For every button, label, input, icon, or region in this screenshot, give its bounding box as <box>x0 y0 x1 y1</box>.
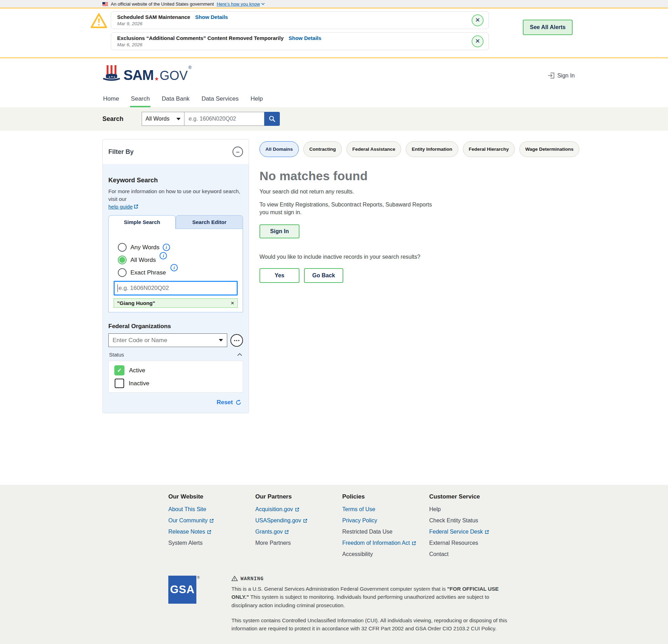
keyword-tabs: Simple Search Search Editor <box>108 215 243 229</box>
site-header: ★ ★ ★ SAM ★ GOV ® Sign In <box>0 58 668 91</box>
footer-link-check-entity-status[interactable]: Check Entity Status <box>429 517 516 524</box>
external-link-icon <box>284 530 289 534</box>
ellipsis-icon: ••• <box>233 338 240 343</box>
keyword-tag: "Giang Huong" × <box>114 298 238 308</box>
search-mode-value: All Words <box>146 116 169 122</box>
info-icon[interactable]: i <box>170 264 178 271</box>
domain-pill-wage-determinations[interactable]: Wage Determinations <box>519 141 580 157</box>
close-icon[interactable]: ✕ <box>472 14 484 26</box>
search-icon <box>269 115 276 122</box>
keyword-tag-text: "Giang Huong" <box>117 300 155 306</box>
info-icon[interactable]: i <box>160 252 167 259</box>
radio-exact-phrase[interactable] <box>118 268 127 277</box>
domain-pill-federal-assistance[interactable]: Federal Assistance <box>346 141 402 157</box>
footer-col-customer-service: Customer Service Help Check Entity Statu… <box>429 493 516 562</box>
dropdown-arrow-icon <box>176 118 181 120</box>
keyword-input-placeholder: e.g. 1606N020Q02 <box>119 285 169 292</box>
footer-link-federal-service-desk[interactable]: Federal Service Desk <box>429 529 516 535</box>
sign-in-button[interactable]: Sign In <box>259 224 299 238</box>
footer-link-accessibility[interactable]: Accessibility <box>342 551 429 557</box>
radio-all-words[interactable] <box>118 256 127 264</box>
footer-link-grants-gov[interactable]: Grants.gov <box>255 529 342 535</box>
search-mode-select[interactable]: All Words <box>142 112 184 126</box>
search-input[interactable] <box>184 112 264 126</box>
footer-link-external-resources[interactable]: External Resources <box>429 540 516 546</box>
federal-organizations-title: Federal Organizations <box>108 323 243 330</box>
external-link-icon <box>295 507 299 512</box>
combobox-placeholder: Enter Code or Name <box>113 337 167 344</box>
tab-simple-search[interactable]: Simple Search <box>108 215 176 229</box>
simple-search-card: Any Words i All Words i Exact Phrase i e… <box>108 229 243 312</box>
domain-pill-all-domains[interactable]: All Domains <box>259 141 299 157</box>
footer-col-title: Policies <box>342 493 429 500</box>
footer-links: Our Website About This Site Our Communit… <box>0 485 668 571</box>
how-you-know-link[interactable]: Here’s how you know <box>217 1 265 7</box>
yes-button[interactable]: Yes <box>259 268 299 283</box>
show-details-link[interactable]: Show Details <box>289 35 321 41</box>
domain-filters: All Domains Contracting Federal Assistan… <box>259 141 579 157</box>
gsa-registered-mark: ® <box>197 576 200 632</box>
nav-item-data-bank[interactable]: Data Bank <box>161 93 190 107</box>
checkbox-active[interactable]: ✓ <box>114 365 124 375</box>
keyword-input[interactable]: e.g. 1606N020Q02 <box>114 281 238 296</box>
radio-any-words[interactable] <box>118 243 127 252</box>
keyword-help-text: For more information on how to use our k… <box>108 188 243 210</box>
go-back-button[interactable]: Go Back <box>304 268 343 283</box>
filter-panel: Filter By – Keyword Search For more info… <box>102 139 249 413</box>
footer-link-help[interactable]: Help <box>429 506 516 513</box>
chevron-down-icon <box>261 3 265 5</box>
sam-gov-logo[interactable]: ★ ★ ★ SAM ★ GOV ® <box>102 65 191 82</box>
external-link-icon <box>209 518 214 523</box>
include-inactive-question: Would you like to include inactive recor… <box>259 254 579 260</box>
footer-link-release-notes[interactable]: Release Notes <box>168 529 255 535</box>
alert-title: Scheduled SAM Maintenance <box>117 14 190 20</box>
footer-link-terms-of-use[interactable]: Terms of Use <box>342 506 429 513</box>
info-icon[interactable]: i <box>163 244 170 251</box>
footer-link-system-alerts[interactable]: System Alerts <box>168 540 255 546</box>
collapse-filters-icon[interactable]: – <box>232 147 243 157</box>
filter-body: Keyword Search For more information on h… <box>103 164 249 413</box>
svg-text:★: ★ <box>113 76 115 78</box>
footer-col-our-website: Our Website About This Site Our Communit… <box>168 493 255 562</box>
footer-link-our-community[interactable]: Our Community <box>168 517 255 524</box>
reset-filters-link[interactable]: Reset <box>217 399 233 406</box>
nav-item-help[interactable]: Help <box>250 93 263 107</box>
alert-date: Mar 9, 2026 <box>117 21 467 26</box>
more-options-button[interactable]: ••• <box>230 334 243 347</box>
footer-link-contact[interactable]: Contact <box>429 551 516 557</box>
footer-link-privacy-policy[interactable]: Privacy Policy <box>342 517 429 524</box>
nav-item-data-services[interactable]: Data Services <box>201 93 239 107</box>
checkbox-inactive[interactable] <box>115 379 124 388</box>
search-bar-label: Search <box>102 115 142 123</box>
footer-link-restricted-data-use[interactable]: Restricted Data Use <box>342 529 429 535</box>
warning-block: WARNING This is a U.S. General Services … <box>231 576 512 632</box>
alert-maintenance: Scheduled SAM Maintenance Show Details M… <box>111 11 489 29</box>
close-icon[interactable]: ✕ <box>472 35 484 47</box>
external-link-icon <box>485 530 489 534</box>
federal-organizations-combobox[interactable]: Enter Code or Name <box>108 333 227 347</box>
show-details-link[interactable]: Show Details <box>195 14 228 20</box>
footer-link-about-this-site[interactable]: About This Site <box>168 506 255 513</box>
see-all-alerts-button[interactable]: See All Alerts <box>523 20 573 35</box>
chevron-up-icon[interactable] <box>237 353 242 356</box>
help-guide-link[interactable]: help guide <box>108 203 139 211</box>
domain-pill-federal-hierarchy[interactable]: Federal Hierarchy <box>463 141 515 157</box>
domain-pill-entity-information[interactable]: Entity Information <box>406 141 458 157</box>
footer-link-acquisition-gov[interactable]: Acquisition.gov <box>255 506 342 513</box>
search-submit-button[interactable] <box>264 112 280 126</box>
warning-paragraph-1: This is a U.S. General Services Administ… <box>231 585 512 609</box>
no-results-text: Your search did not return any results. <box>259 189 579 195</box>
nav-item-home[interactable]: Home <box>102 93 120 107</box>
tab-search-editor[interactable]: Search Editor <box>176 215 243 229</box>
keyword-search-title: Keyword Search <box>108 177 243 184</box>
domain-pill-contracting[interactable]: Contracting <box>303 141 342 157</box>
footer-link-usaspending-gov[interactable]: USASpending.gov <box>255 517 342 524</box>
footer-col-title: Customer Service <box>429 493 516 500</box>
external-link-icon <box>303 518 308 523</box>
footer-link-more-partners[interactable]: More Partners <box>255 540 342 546</box>
footer-link-foia[interactable]: Freedom of Information Act <box>342 540 429 546</box>
remove-tag-icon[interactable]: × <box>231 300 234 306</box>
sign-in-link[interactable]: Sign In <box>547 72 575 79</box>
nav-item-search[interactable]: Search <box>130 93 150 107</box>
reset-icon[interactable] <box>235 399 242 406</box>
